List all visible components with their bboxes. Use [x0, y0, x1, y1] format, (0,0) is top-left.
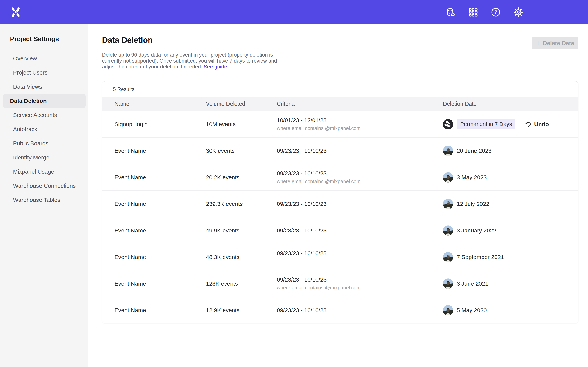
user-avatar: [443, 119, 453, 129]
deletion-date-text: 7 September 2021: [457, 254, 504, 260]
apps-grid-icon[interactable]: [468, 7, 478, 17]
column-header-criteria: Criteria: [277, 101, 443, 107]
event-name-cell: Event Name: [114, 148, 206, 154]
page-description: Delete up to 90 days data for any event …: [102, 52, 290, 70]
table-row: Event Name 49.9K events 09/23/23 - 10/10…: [102, 217, 578, 243]
sidebar-item-project-users[interactable]: Project Users: [3, 66, 86, 80]
volume-deleted-cell: 20.2K events: [206, 174, 277, 181]
help-icon[interactable]: ?: [491, 7, 501, 17]
criteria-date-range: 10/01/23 - 12/01/23: [277, 117, 443, 124]
table-row: Event Name 48.3K events 09/23/23 - 10/10…: [102, 243, 578, 270]
event-name-cell: Signup_login: [114, 121, 206, 127]
volume-deleted-cell: 12.9K events: [206, 307, 277, 314]
volume-deleted-cell: 239.3K events: [206, 201, 277, 207]
sidebar-item-service-accounts[interactable]: Service Accounts: [3, 108, 86, 122]
sidebar-item-identity-merge[interactable]: Identity Merge: [3, 150, 86, 165]
criteria-cell: 09/23/23 - 10/10/23 where email contains…: [277, 170, 443, 184]
results-count: 5 Results: [102, 81, 578, 97]
deletion-date-cell: 5 May 2020: [443, 305, 568, 315]
main-content: Data Deletion + Delete Data Delete up to…: [88, 25, 588, 367]
criteria-date-range: 09/23/23 - 10/10/23: [277, 148, 443, 154]
deletion-date-cell: 3 May 2023: [443, 172, 568, 183]
user-avatar: [443, 199, 453, 209]
user-avatar: [443, 252, 453, 262]
criteria-cell: 09/23/23 - 10/10/23: [277, 227, 443, 234]
sidebar-item-data-views[interactable]: Data Views: [3, 80, 86, 94]
volume-deleted-cell: 30K events: [206, 148, 277, 154]
criteria-cell: 10/01/23 - 12/01/23 where email contains…: [277, 117, 443, 131]
deletion-date-cell: 3 June 2021: [443, 278, 568, 289]
sidebar-item-mixpanel-usage[interactable]: Mixpanel Usage: [3, 165, 86, 179]
event-name-cell: Event Name: [114, 201, 206, 207]
sidebar-item-data-deletion[interactable]: Data Deletion: [3, 94, 86, 108]
undo-icon: [525, 121, 532, 128]
criteria-cell: 09/23/23 - 10/10/23: [277, 148, 443, 154]
settings-icon[interactable]: [513, 7, 523, 17]
mixpanel-logo-icon[interactable]: [11, 7, 21, 18]
deletion-date-cell: 3 January 2022: [443, 225, 568, 236]
see-guide-link[interactable]: See guide: [204, 64, 227, 70]
deletion-date-text: 3 May 2023: [457, 174, 487, 181]
table-row: Event Name 30K events 09/23/23 - 10/10/2…: [102, 137, 578, 164]
table-row: Event Name 12.9K events 09/23/23 - 10/10…: [102, 297, 578, 323]
sidebar-item-warehouse-tables[interactable]: Warehouse Tables: [3, 193, 86, 207]
sidebar-item-public-boards[interactable]: Public Boards: [3, 136, 86, 150]
table-header-row: Name Volume Deleted Criteria Deletion Da…: [102, 97, 578, 111]
sidebar-item-warehouse-connections[interactable]: Warehouse Connections: [3, 179, 86, 193]
deletion-date-text: 3 June 2021: [457, 280, 488, 287]
settings-sidebar: Project Settings OverviewProject UsersDa…: [0, 25, 88, 367]
deletion-requests-card: 5 Results Name Volume Deleted Criteria D…: [102, 81, 579, 323]
topbar-icon-group: ?: [446, 0, 523, 25]
deletion-date-text: 3 January 2022: [457, 227, 496, 234]
event-name-cell: Event Name: [114, 227, 206, 234]
description-line: adjust the criteria of your deletion if …: [102, 64, 290, 70]
volume-deleted-cell: 10M events: [206, 121, 277, 127]
sidebar-item-autotrack[interactable]: Autotrack: [3, 122, 86, 136]
criteria-date-range: 09/23/23 - 10/10/23: [277, 170, 443, 177]
criteria-filter-text: where email contains @mixpanel.com: [277, 179, 443, 184]
page-title: Data Deletion: [102, 35, 153, 45]
plus-icon: +: [536, 39, 540, 46]
event-name-cell: Event Name: [114, 254, 206, 260]
svg-text:?: ?: [494, 9, 497, 15]
undo-button-label: Undo: [534, 121, 549, 127]
data-pipeline-icon[interactable]: [446, 7, 456, 17]
criteria-date-range: 09/23/23 - 10/10/23: [277, 201, 443, 207]
criteria-date-range: 09/23/23 - 10/10/23: [277, 250, 443, 257]
table-row: Event Name 20.2K events 09/23/23 - 10/10…: [102, 164, 578, 190]
table-body: Signup_login 10M events 10/01/23 - 12/01…: [102, 111, 578, 323]
user-avatar: [443, 305, 453, 315]
deletion-date-cell: 20 June 2023: [443, 146, 568, 156]
user-avatar: [443, 278, 453, 289]
criteria-filter-text: [277, 259, 443, 264]
deletion-date-text: 20 June 2023: [457, 148, 492, 154]
volume-deleted-cell: 48.3K events: [206, 254, 277, 260]
delete-data-button[interactable]: + Delete Data: [532, 37, 579, 49]
criteria-filter-text: where email contains @mixpanel.com: [277, 125, 443, 131]
user-avatar: [443, 172, 453, 183]
deletion-date-cell: 7 September 2021: [443, 252, 568, 262]
delete-data-button-label: Delete Data: [543, 40, 574, 46]
description-line: currently not supported). Once submitted…: [102, 58, 290, 64]
criteria-cell: 09/23/23 - 10/10/23: [277, 307, 443, 314]
column-header-name: Name: [114, 101, 206, 107]
event-name-cell: Event Name: [114, 280, 206, 287]
deletion-date-text: 5 May 2020: [457, 307, 487, 314]
undo-button[interactable]: Undo: [525, 121, 549, 128]
criteria-filter-text: where email contains @mixpanel.com: [277, 285, 443, 291]
criteria-date-range: 09/23/23 - 10/10/23: [277, 307, 443, 314]
sidebar-nav: OverviewProject UsersData ViewsData Dele…: [0, 51, 88, 207]
deletion-date-cell: Permanent in 7 Days Undo: [443, 119, 568, 129]
description-line: Delete up to 90 days data for any event …: [102, 52, 290, 58]
user-avatar: [443, 225, 453, 236]
volume-deleted-cell: 123K events: [206, 280, 277, 287]
status-badge: Permanent in 7 Days: [457, 119, 515, 129]
user-avatar: [443, 146, 453, 156]
column-header-deletion-date: Deletion Date: [443, 101, 568, 107]
sidebar-item-overview[interactable]: Overview: [3, 51, 86, 66]
event-name-cell: Event Name: [114, 174, 206, 181]
table-row: Signup_login 10M events 10/01/23 - 12/01…: [102, 111, 578, 137]
criteria-date-range: 09/23/23 - 10/10/23: [277, 276, 443, 283]
table-row: Event Name 239.3K events 09/23/23 - 10/1…: [102, 190, 578, 217]
column-header-volume: Volume Deleted: [206, 101, 277, 107]
